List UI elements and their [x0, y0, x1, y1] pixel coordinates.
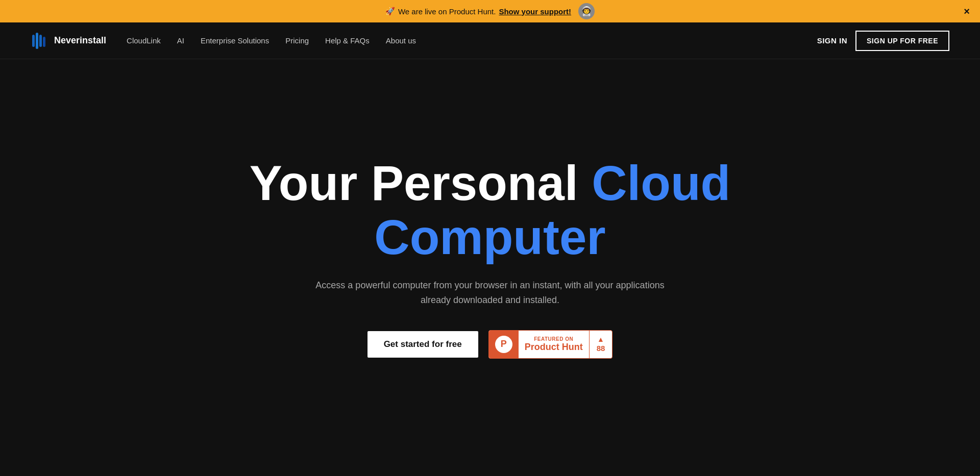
svg-rect-1	[36, 33, 38, 49]
announcement-link[interactable]: Show your support!	[499, 7, 571, 16]
nav-right: SIGN IN SIGN UP FOR FREE	[817, 31, 949, 51]
nav-ai[interactable]: AI	[177, 36, 184, 45]
ph-count: 88	[597, 344, 605, 353]
announcement-text: 🚀 We are live on Product Hunt. Show your…	[385, 3, 595, 19]
nav-cloudlink[interactable]: CloudLink	[127, 36, 161, 45]
announcement-message: We are live on Product Hunt.	[398, 7, 496, 16]
signin-button[interactable]: SIGN IN	[817, 36, 847, 45]
navbar: Neverinstall CloudLink AI Enterprise Sol…	[0, 22, 980, 59]
ph-name: Product Hunt	[525, 342, 583, 353]
producthunt-badge[interactable]: P FEATURED ON Product Hunt ▲ 88	[488, 330, 613, 359]
hero-actions: Get started for free P FEATURED ON Produ…	[368, 330, 613, 359]
hero-title: Your Personal Cloud Computer	[250, 156, 730, 264]
brand-logo-icon	[31, 32, 49, 50]
nav-pricing[interactable]: Pricing	[285, 36, 309, 45]
get-started-button[interactable]: Get started for free	[368, 331, 478, 358]
brand-name: Neverinstall	[54, 35, 106, 46]
svg-rect-2	[39, 35, 42, 47]
ph-upvote-arrow: ▲	[597, 336, 604, 343]
announcement-avatar: 👨‍🚀	[578, 3, 595, 19]
ph-featured-label: FEATURED ON	[525, 336, 583, 342]
ph-badge-middle: FEATURED ON Product Hunt	[519, 332, 589, 357]
hero-title-white: Your Personal	[250, 156, 578, 210]
signup-button[interactable]: SIGN UP FOR FREE	[855, 31, 949, 51]
brand-logo-link[interactable]: Neverinstall	[31, 32, 106, 50]
hero-title-blue-cloud: Cloud	[592, 156, 730, 210]
nav-left: Neverinstall CloudLink AI Enterprise Sol…	[31, 32, 416, 50]
ph-p-icon: P	[495, 336, 512, 353]
close-announcement-button[interactable]: ×	[964, 6, 970, 16]
announcement-bar: 🚀 We are live on Product Hunt. Show your…	[0, 0, 980, 22]
svg-rect-3	[43, 37, 45, 47]
nav-about[interactable]: About us	[386, 36, 416, 45]
svg-rect-0	[32, 35, 35, 47]
announcement-emoji: 🚀	[385, 7, 395, 16]
ph-badge-left: P	[489, 331, 519, 358]
nav-help[interactable]: Help & FAQs	[325, 36, 370, 45]
nav-enterprise[interactable]: Enterprise Solutions	[201, 36, 269, 45]
hero-subtitle: Access a powerful computer from your bro…	[301, 278, 679, 308]
ph-badge-right: ▲ 88	[589, 331, 612, 358]
hero-section: Your Personal Cloud Computer Access a po…	[0, 59, 980, 476]
nav-links: CloudLink AI Enterprise Solutions Pricin…	[127, 36, 416, 45]
hero-title-blue-computer: Computer	[374, 210, 605, 264]
